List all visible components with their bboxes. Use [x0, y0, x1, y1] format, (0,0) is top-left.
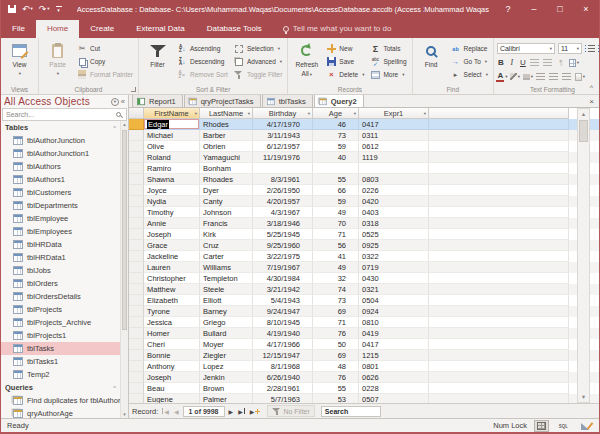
cell[interactable]: 0924	[359, 306, 429, 317]
nav-item-tblprojects-archive[interactable]: tblProjects_Archive	[1, 316, 120, 329]
nav-item-tblhrdata[interactable]: tblHRData	[1, 238, 120, 251]
column-header-lastname[interactable]: LastName▾	[200, 108, 253, 119]
scroll-up-icon[interactable]: ▲	[122, 122, 126, 127]
cell[interactable]: 59	[313, 196, 359, 207]
cell[interactable]: Beau	[144, 383, 200, 394]
row-selector[interactable]	[129, 361, 144, 372]
nav-item-temp2[interactable]: Temp2	[1, 368, 120, 381]
scroll-down-icon[interactable]: ▼	[581, 394, 586, 400]
nav-scrollbar-thumb[interactable]	[122, 130, 127, 330]
collapse-group-icon[interactable]: ^	[113, 125, 116, 131]
cell[interactable]: Barney	[200, 306, 253, 317]
cell[interactable]: 66	[313, 185, 359, 196]
cell[interactable]: 0322	[359, 251, 429, 262]
format-painter-button[interactable]: Format Painter	[75, 68, 135, 81]
new-record-ribbon-button[interactable]: New	[324, 42, 366, 55]
cell[interactable]: Christopher	[144, 273, 200, 284]
cell[interactable]: 6/12/1957	[253, 141, 313, 152]
undo-icon[interactable]: ↶▾	[22, 4, 33, 14]
tab-home[interactable]: Home	[36, 20, 79, 38]
cell[interactable]: 76	[313, 372, 359, 383]
cell[interactable]: Bullard	[200, 328, 253, 339]
copy-button[interactable]: Copy	[75, 55, 135, 68]
more-button[interactable]: More▾	[368, 68, 408, 81]
cut-button[interactable]: ✂Cut	[75, 42, 135, 55]
cell[interactable]: 48	[313, 361, 359, 372]
row-selector[interactable]	[129, 229, 144, 240]
cell[interactable]: 0504	[359, 295, 429, 306]
sql-view-button[interactable]	[556, 420, 571, 432]
align-left-button[interactable]	[536, 72, 546, 82]
nav-item-tbltasks1[interactable]: tblTasks1	[1, 355, 120, 368]
selection-button[interactable]: Selection▾	[232, 42, 284, 55]
row-selector[interactable]	[129, 240, 144, 251]
paste-button[interactable]: Paste ▾	[42, 40, 73, 84]
cell[interactable]: Steele	[200, 284, 253, 295]
column-header-birthday[interactable]: Birthday▾	[253, 108, 313, 119]
cell[interactable]: Olive	[144, 141, 200, 152]
row-selector[interactable]	[129, 119, 144, 130]
replace-button[interactable]: Replace	[449, 42, 490, 55]
row-selector[interactable]	[129, 174, 144, 185]
totals-button[interactable]: ΣTotals	[368, 42, 408, 55]
cell[interactable]: 41	[313, 251, 359, 262]
row-selector[interactable]	[129, 295, 144, 306]
nav-item-tblauthorjunction[interactable]: tblAuthorJunction	[1, 134, 120, 147]
cell[interactable]: Elizabeth	[144, 295, 200, 306]
nav-item-tbldepartments[interactable]: tblDepartments	[1, 199, 120, 212]
cell[interactable]: Moyer	[200, 339, 253, 350]
spelling-button[interactable]: Spelling	[368, 55, 408, 68]
cell[interactable]: 55	[313, 174, 359, 185]
cell[interactable]: Griego	[200, 317, 253, 328]
filter-status[interactable]: No Filter	[267, 405, 314, 417]
cell[interactable]: 2/28/1961	[253, 383, 313, 394]
redo-icon[interactable]: ↷▾	[39, 4, 50, 14]
cell[interactable]: 12/15/1947	[253, 350, 313, 361]
scroll-down-icon[interactable]: ▼	[122, 412, 126, 417]
cell[interactable]: 50	[313, 339, 359, 350]
cell[interactable]: 4/19/1940	[253, 328, 313, 339]
cell[interactable]: 9/24/1947	[253, 306, 313, 317]
new-blank-record-button[interactable]: ▶	[249, 408, 262, 415]
cell[interactable]: 76	[313, 328, 359, 339]
document-tab-qryprojecttasks[interactable]: qryProjectTasks	[184, 95, 261, 107]
cell[interactable]: 4/17/1970	[253, 119, 313, 130]
select-button[interactable]: Select▾	[449, 68, 490, 81]
cell[interactable]: 74	[313, 284, 359, 295]
nav-item-qryauthorage[interactable]: qryAuthorAge	[1, 407, 120, 418]
tell-me-box[interactable]: Tell me what you want to do	[283, 24, 392, 38]
cell[interactable]: 3/22/1975	[253, 251, 313, 262]
cell[interactable]: Templeton	[200, 273, 253, 284]
align-right-button[interactable]	[562, 72, 572, 82]
nav-item-tblcustomers[interactable]: tblCustomers	[1, 186, 120, 199]
nav-menu-icon[interactable]: ▾	[111, 98, 119, 106]
cell[interactable]: Carter	[200, 251, 253, 262]
row-selector[interactable]	[129, 372, 144, 383]
row-selector[interactable]	[129, 185, 144, 196]
cell[interactable]: Dyer	[200, 185, 253, 196]
datasheet-view-button[interactable]	[534, 420, 549, 432]
row-selector[interactable]	[129, 394, 144, 403]
tab-file[interactable]: File	[1, 20, 36, 38]
cell[interactable]: Joseph	[144, 229, 200, 240]
cell[interactable]: 40	[313, 152, 359, 163]
cell[interactable]: Joseph	[144, 372, 200, 383]
cell[interactable]: 49	[313, 262, 359, 273]
help-button[interactable]: ?	[495, 4, 521, 14]
row-selector[interactable]	[129, 262, 144, 273]
nav-group-header-tables[interactable]: Tables^	[1, 121, 120, 134]
cell[interactable]	[313, 163, 359, 174]
cell[interactable]: 73	[313, 130, 359, 141]
cell[interactable]: 0612	[359, 141, 429, 152]
cell[interactable]: Ramiro	[144, 163, 200, 174]
ascending-button[interactable]: ↓Ascending	[175, 42, 230, 55]
cell[interactable]: 1215	[359, 350, 429, 361]
nav-item-tblprojects[interactable]: tblProjects	[1, 303, 120, 316]
nav-search-box[interactable]: Search...	[2, 108, 127, 121]
cell[interactable]: 73	[313, 295, 359, 306]
cell[interactable]: Eugene	[144, 394, 200, 403]
scrollbar-thumb[interactable]	[579, 120, 588, 142]
close-document-icon[interactable]: ×	[589, 97, 594, 106]
row-selector[interactable]	[129, 218, 144, 229]
nav-group-header-queries[interactable]: Queries^	[1, 381, 120, 394]
